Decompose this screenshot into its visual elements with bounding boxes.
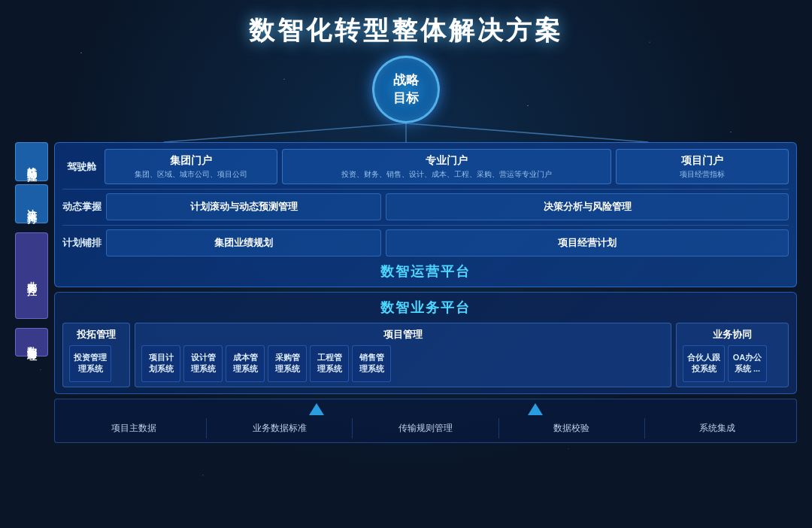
group-portal-cell: 集团门户 集团、区域、城市公司、项目公司	[105, 149, 277, 184]
strategy-line1: 战略	[393, 71, 419, 90]
ops-platform: 驾驶舱 集团门户 集团、区域、城市公司、项目公司 专业门户 投资、财务、销售、设…	[54, 142, 797, 287]
project-portal-sub: 项目经营指标	[680, 169, 725, 179]
ops-platform-title: 数智运营平台	[62, 262, 789, 281]
dynamic-left: 计划滚动与动态预测管理	[106, 193, 381, 220]
data-item-3: 传输规则管理	[352, 418, 498, 438]
cockpit-row: 驾驶舱 集团门户 集团、区域、城市公司、项目公司 专业门户 投资、财务、销售、设…	[62, 149, 789, 184]
connector-area	[90, 123, 722, 142]
connector-svg	[90, 123, 722, 142]
data-item-4: 数据校验	[498, 418, 644, 438]
plan-row: 计划铺排 集团业绩规划 项目经营计划	[62, 229, 789, 256]
professional-portal-title: 专业门户	[426, 154, 468, 168]
svg-line-0	[164, 123, 406, 142]
strategy-circle: 战略 目标	[372, 56, 440, 123]
professional-portal-cell: 专业门户 投资、财务、销售、设计、成本、工程、采购、营运等专业门户	[282, 149, 611, 184]
dynamic-label: 动态掌握	[62, 193, 102, 220]
divider2	[62, 225, 789, 226]
toutuo-item-1: 投资管理理系统	[69, 345, 111, 382]
triangle-container	[61, 403, 790, 415]
triangle-right	[528, 403, 543, 415]
xiangmu-title: 项目管理	[141, 328, 665, 341]
cockpit-label: 驾驶舱	[62, 149, 100, 184]
toutuo-cells: 投资管理理系统	[69, 345, 123, 382]
biz-platform-title: 数智业务平台	[62, 299, 789, 317]
label-zhanlue: 战略监控	[15, 142, 48, 181]
yewu-category: 业务协同 合伙人跟投系统 OA办公系统 ...	[676, 323, 789, 387]
label-shuju: 数据管理	[15, 328, 48, 357]
plan-label: 计划铺排	[62, 229, 102, 256]
xiangmu-item-1: 项目计划系统	[141, 345, 180, 382]
xiangmu-cells: 项目计划系统 设计管理系统 成本管理系统 采购管理系统 工程管理系统 销售管理系…	[141, 345, 665, 382]
data-item-5: 系统集成	[644, 418, 790, 438]
yewu-title: 业务协同	[683, 328, 782, 341]
all-panels: 驾驶舱 集团门户 集团、区域、城市公司、项目公司 专业门户 投资、财务、销售、设…	[54, 142, 797, 443]
group-portal-sub: 集团、区域、城市公司、项目公司	[135, 169, 247, 179]
professional-portal-sub: 投资、财务、销售、设计、成本、工程、采购、营运等专业门户	[341, 169, 552, 179]
strategy-line2: 目标	[393, 90, 419, 108]
data-mgmt: 项目主数据 业务数据标准 传输规则管理 数据校验 系统集成	[54, 399, 797, 443]
project-portal-cell: 项目门户 项目经营指标	[616, 149, 789, 184]
yewu-cells: 合伙人跟投系统 OA办公系统 ...	[683, 345, 782, 382]
strategy-circle-text: 战略 目标	[393, 71, 419, 108]
strategy-decision-labels: 战略监控 决策支持	[15, 142, 48, 223]
data-item-1: 项目主数据	[61, 418, 206, 438]
yewu-item-2: OA办公系统 ...	[728, 345, 767, 382]
xiangmu-item-2: 设计管理系统	[183, 345, 223, 382]
main-title: 数智化转型整体解决方案	[15, 8, 797, 56]
label-juece: 决策支持	[15, 184, 48, 223]
dynamic-row: 动态掌握 计划滚动与动态预测管理 决策分析与风险管理	[62, 193, 789, 220]
xiangmu-item-6: 销售管理系统	[352, 345, 391, 382]
plan-right: 项目经营计划	[386, 229, 789, 256]
strategy-circle-wrapper: 战略 目标	[15, 56, 797, 123]
left-labels-col: 战略监控 决策支持 业务管控 数据管理	[15, 142, 48, 443]
xiangmu-item-4: 采购管理系统	[268, 345, 307, 382]
toutuo-category: 投拓管理 投资管理理系统	[62, 323, 130, 387]
dynamic-right: 决策分析与风险管理	[386, 193, 789, 220]
main-layout: 战略监控 决策支持 业务管控 数据管理 驾驶舱	[15, 142, 797, 443]
biz-platform: 数智业务平台 投拓管理 投资管理理系统 项目管理 项目计划系统	[54, 292, 797, 394]
xiangmu-item-5: 工程管理系统	[310, 345, 349, 382]
data-item-2: 业务数据标准	[206, 418, 352, 438]
plan-cells: 集团业绩规划 项目经营计划	[106, 229, 789, 256]
xiangmu-category: 项目管理 项目计划系统 设计管理系统 成本管理系统 采购管理系统 工程管理系统 …	[135, 323, 671, 387]
cockpit-cells: 集团门户 集团、区域、城市公司、项目公司 专业门户 投资、财务、销售、设计、成本…	[105, 149, 789, 184]
triangle-left	[309, 403, 324, 415]
toutuo-title: 投拓管理	[69, 328, 123, 341]
project-portal-title: 项目门户	[681, 154, 723, 168]
page-container: 数智化转型整体解决方案 战略 目标 战略监控	[0, 0, 812, 528]
yewu-item-1: 合伙人跟投系统	[683, 345, 725, 382]
label-yewu: 业务管控	[15, 232, 48, 319]
biz-row: 投拓管理 投资管理理系统 项目管理 项目计划系统 设计管理系统 成本管理系统 采…	[62, 323, 789, 387]
divider1	[62, 189, 789, 190]
data-items-row: 项目主数据 业务数据标准 传输规则管理 数据校验 系统集成	[61, 418, 790, 438]
plan-left: 集团业绩规划	[106, 229, 381, 256]
svg-line-1	[406, 123, 648, 142]
xiangmu-item-3: 成本管理系统	[226, 345, 265, 382]
dynamic-cells: 计划滚动与动态预测管理 决策分析与风险管理	[106, 193, 789, 220]
group-portal-title: 集团门户	[170, 154, 212, 168]
